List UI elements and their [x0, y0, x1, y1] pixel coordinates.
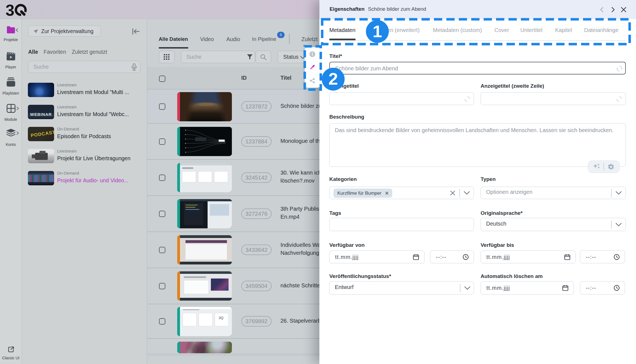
svg-text:2: 2	[328, 69, 338, 88]
svg-text:1: 1	[373, 22, 382, 41]
